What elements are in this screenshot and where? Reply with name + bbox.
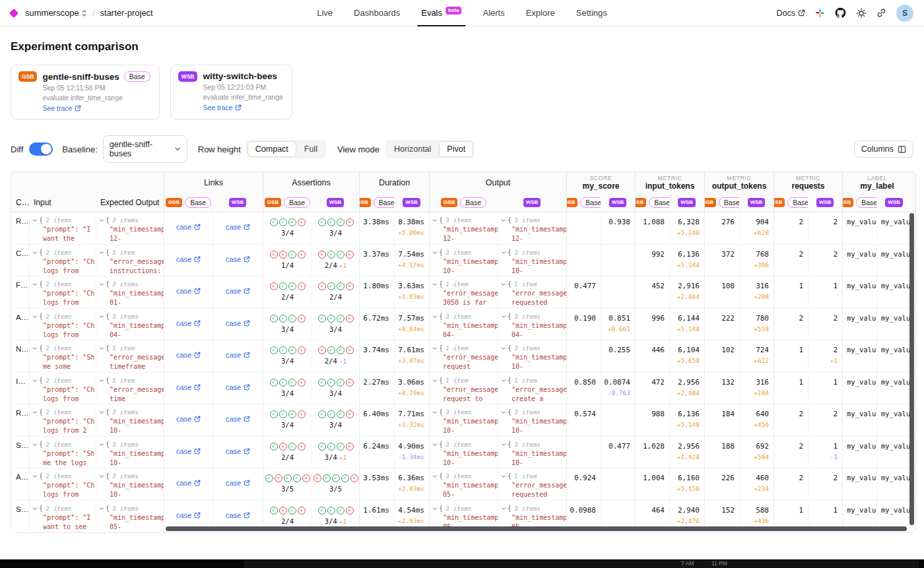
collapse-chevron-icon[interactable] bbox=[432, 314, 438, 319]
json-collapse-row[interactable]: {1 item bbox=[501, 376, 566, 385]
row-height-option-compact[interactable]: Compact bbox=[248, 141, 296, 157]
view-mode-option-horizontal[interactable]: Horizontal bbox=[386, 141, 439, 157]
case-id-cell[interactable]: S… bbox=[11, 437, 29, 468]
vertical-scrollbar[interactable] bbox=[909, 213, 914, 525]
collapse-chevron-icon[interactable] bbox=[99, 218, 104, 223]
json-collapse-row[interactable]: {2 items bbox=[32, 216, 95, 225]
diff-toggle[interactable] bbox=[29, 142, 53, 156]
vertical-scrollbar-thumb[interactable] bbox=[909, 213, 914, 525]
docs-link[interactable]: Docs bbox=[777, 9, 805, 18]
collapse-chevron-icon[interactable] bbox=[501, 506, 506, 511]
tab-settings[interactable]: Settings bbox=[576, 0, 607, 26]
json-collapse-row[interactable]: {3 items bbox=[432, 216, 497, 225]
org-switcher[interactable]: summerscope bbox=[25, 8, 87, 18]
json-collapse-row[interactable]: {1 item bbox=[501, 280, 566, 289]
collapse-chevron-icon[interactable] bbox=[32, 506, 38, 511]
collapse-chevron-icon[interactable] bbox=[432, 282, 438, 287]
case-link[interactable]: case bbox=[176, 383, 201, 391]
collapse-chevron-icon[interactable] bbox=[32, 282, 38, 287]
json-collapse-row[interactable]: {1 item bbox=[432, 376, 497, 385]
case-id-cell[interactable]: R… bbox=[11, 212, 29, 244]
horizontal-scrollbar-thumb[interactable] bbox=[166, 526, 907, 531]
collapse-chevron-icon[interactable] bbox=[99, 410, 104, 415]
collapse-chevron-icon[interactable] bbox=[432, 250, 438, 255]
collapse-chevron-icon[interactable] bbox=[32, 474, 38, 479]
json-collapse-row[interactable]: {1 item bbox=[432, 344, 497, 353]
json-collapse-row[interactable]: {3 items bbox=[99, 440, 163, 449]
collapse-chevron-icon[interactable] bbox=[99, 506, 104, 511]
tab-explore[interactable]: Explore bbox=[526, 0, 555, 26]
tab-live[interactable]: Live bbox=[317, 0, 333, 26]
json-collapse-row[interactable]: {3 items bbox=[501, 216, 566, 225]
collapse-chevron-icon[interactable] bbox=[501, 346, 506, 351]
case-link[interactable]: case bbox=[226, 479, 250, 487]
collapse-chevron-icon[interactable] bbox=[501, 378, 506, 383]
collapse-chevron-icon[interactable] bbox=[432, 474, 438, 479]
json-collapse-row[interactable]: {3 items bbox=[501, 408, 566, 417]
see-trace-link[interactable]: See trace bbox=[42, 104, 150, 112]
json-collapse-row[interactable]: {3 items bbox=[432, 472, 497, 481]
case-id-cell[interactable]: C… bbox=[11, 245, 29, 276]
baseline-select[interactable]: gentle-sniff-buses bbox=[103, 135, 187, 163]
collapse-chevron-icon[interactable] bbox=[501, 474, 506, 479]
json-collapse-row[interactable]: {2 items bbox=[32, 344, 95, 353]
json-collapse-row[interactable]: {2 items bbox=[32, 472, 95, 481]
json-collapse-row[interactable]: {3 items bbox=[99, 216, 163, 225]
json-collapse-row[interactable]: {1 item bbox=[432, 280, 497, 289]
collapse-chevron-icon[interactable] bbox=[432, 506, 438, 511]
case-link[interactable]: case bbox=[226, 223, 250, 231]
json-collapse-row[interactable]: {3 items bbox=[99, 504, 163, 513]
case-link[interactable]: case bbox=[176, 223, 201, 231]
collapse-chevron-icon[interactable] bbox=[99, 442, 104, 447]
tab-evals[interactable]: Evalsbeta bbox=[421, 0, 461, 26]
view-mode-option-pivot[interactable]: Pivot bbox=[439, 141, 473, 157]
json-collapse-row[interactable]: {3 items bbox=[501, 504, 566, 513]
columns-button[interactable]: Columns bbox=[854, 141, 913, 158]
case-link[interactable]: case bbox=[176, 319, 201, 327]
github-icon[interactable] bbox=[835, 7, 846, 18]
case-id-cell[interactable]: I… bbox=[11, 373, 29, 404]
json-collapse-row[interactable]: {3 items bbox=[501, 440, 566, 449]
json-collapse-row[interactable]: {3 items bbox=[99, 280, 163, 289]
collapse-chevron-icon[interactable] bbox=[32, 314, 38, 319]
collapse-chevron-icon[interactable] bbox=[99, 314, 104, 319]
json-collapse-row[interactable]: {1 item bbox=[99, 248, 163, 257]
user-avatar[interactable]: S bbox=[896, 5, 913, 22]
case-link[interactable]: case bbox=[226, 255, 250, 263]
json-collapse-row[interactable]: {3 items bbox=[432, 312, 497, 321]
case-id-cell[interactable]: A… bbox=[11, 468, 29, 500]
json-collapse-row[interactable]: {3 items bbox=[432, 248, 497, 257]
collapse-chevron-icon[interactable] bbox=[99, 474, 104, 479]
case-id-cell[interactable]: F… bbox=[11, 276, 29, 308]
case-link[interactable]: case bbox=[226, 383, 250, 391]
json-collapse-row[interactable]: {2 items bbox=[32, 312, 95, 321]
collapse-chevron-icon[interactable] bbox=[32, 250, 38, 255]
json-collapse-row[interactable]: {1 item bbox=[99, 344, 163, 353]
json-collapse-row[interactable]: {3 items bbox=[432, 504, 497, 513]
case-link[interactable]: case bbox=[176, 479, 201, 487]
theme-sun-icon[interactable] bbox=[856, 8, 867, 18]
case-link[interactable]: case bbox=[176, 447, 201, 455]
case-link[interactable]: case bbox=[176, 255, 201, 263]
json-collapse-row[interactable]: {3 items bbox=[501, 344, 566, 353]
horizontal-scrollbar[interactable] bbox=[166, 526, 907, 531]
case-link[interactable]: case bbox=[226, 287, 250, 295]
collapse-chevron-icon[interactable] bbox=[32, 378, 38, 383]
json-collapse-row[interactable]: {2 items bbox=[32, 440, 95, 449]
collapse-chevron-icon[interactable] bbox=[32, 346, 38, 351]
collapse-chevron-icon[interactable] bbox=[432, 346, 438, 351]
collapse-chevron-icon[interactable] bbox=[99, 346, 104, 351]
case-link[interactable]: case bbox=[226, 415, 250, 423]
collapse-chevron-icon[interactable] bbox=[32, 442, 38, 447]
case-link[interactable]: case bbox=[226, 351, 250, 359]
json-collapse-row[interactable]: {2 items bbox=[32, 248, 95, 257]
case-link[interactable]: case bbox=[226, 447, 250, 455]
collapse-chevron-icon[interactable] bbox=[501, 442, 506, 447]
collapse-chevron-icon[interactable] bbox=[432, 378, 438, 383]
json-collapse-row[interactable]: {3 items bbox=[99, 472, 163, 481]
json-collapse-row[interactable]: {2 items bbox=[32, 504, 95, 513]
collapse-chevron-icon[interactable] bbox=[432, 442, 438, 447]
share-link-icon[interactable] bbox=[876, 8, 886, 18]
json-collapse-row[interactable]: {3 items bbox=[501, 312, 566, 321]
case-id-cell[interactable]: R… bbox=[11, 404, 29, 436]
